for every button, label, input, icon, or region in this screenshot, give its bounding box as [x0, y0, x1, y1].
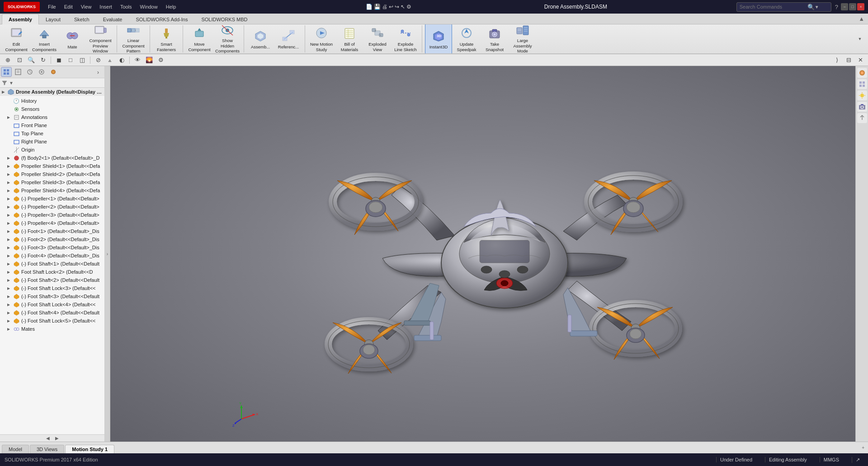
title-toolbar-undo[interactable]: ↩: [389, 4, 393, 10]
bottom-tab-model[interactable]: Model: [2, 445, 29, 453]
rt-btn-2[interactable]: [857, 79, 867, 89]
tree-item-propeller-2[interactable]: ▶ (-) Propeller<2> (Default<<Default>: [0, 203, 104, 211]
menu-tools[interactable]: Tools: [117, 3, 136, 10]
tab-mbd[interactable]: SOLIDWORKS MBD: [194, 14, 254, 24]
lp-tab-config-manager[interactable]: [24, 67, 35, 77]
tree-item-foot-3[interactable]: ▶ (-) Foot<3> (Default<<Default>_Dis: [0, 243, 104, 252]
tab-layout[interactable]: Layout: [39, 14, 67, 24]
btn-update-speedpak[interactable]: UpdateSpeedpak: [453, 24, 480, 53]
tree-item-foot-shaft-lock-5[interactable]: ▶ (-) Foot Shaft Lock<5> (Default<<: [0, 317, 104, 325]
tree-item-foot-shaft-2[interactable]: ▶ (-) Foot Shaft<2> (Default<<Default: [0, 276, 104, 284]
rt-btn-1[interactable]: [857, 68, 867, 78]
sec-btn-rotate[interactable]: ↻: [38, 56, 48, 65]
btn-exploded-view[interactable]: ExplodedView: [364, 24, 391, 53]
bottom-tab-3d-views[interactable]: 3D Views: [30, 445, 64, 453]
search-dropdown-icon[interactable]: ▼: [815, 5, 819, 10]
tree-item-foot-shaft-lock-3[interactable]: ▶ (-) Foot Shaft Lock<3> (Default<<: [0, 284, 104, 292]
tree-item-history[interactable]: 🕐 History: [0, 97, 104, 105]
tree-item-propeller-3[interactable]: ▶ (-) Propeller<3> (Default<<Default>: [0, 211, 104, 219]
btn-take-snapshot[interactable]: TakeSnapshot: [481, 24, 508, 53]
tree-item-top-plane[interactable]: Top Plane: [0, 129, 104, 138]
tree-item-mates[interactable]: ▶ Mates: [0, 325, 104, 333]
tree-item-foot-1[interactable]: ▶ (-) Foot<1> (Default<<Default>_Dis: [0, 227, 104, 235]
panel-collapse[interactable]: ›: [105, 66, 110, 442]
sec-btn-apply-scene[interactable]: 🌄: [144, 56, 154, 65]
sec-btn-perspective[interactable]: ⟁: [105, 56, 115, 65]
sec-btn-section-view[interactable]: ⊘: [93, 56, 103, 65]
menu-file[interactable]: File: [44, 3, 60, 10]
tab-evaluate[interactable]: Evaluate: [96, 14, 129, 24]
sec-btn-zoom-area[interactable]: 🔍: [26, 56, 36, 65]
sec-btn-ambient[interactable]: ◐: [117, 56, 127, 65]
tree-item-foot-shaft-3[interactable]: ▶ (-) Foot Shaft<3> (Default<<Default: [0, 292, 104, 300]
btn-insert-components[interactable]: InsertComponents: [31, 24, 58, 53]
tree-item-prop-shield-1[interactable]: ▶ Propeller Shield<1> (Default<<Defa: [0, 162, 104, 170]
btn-linear-pattern[interactable]: Linear ComponentPattern: [120, 24, 147, 53]
rt-btn-4[interactable]: [857, 102, 867, 112]
rt-btn-5[interactable]: [857, 113, 867, 123]
bottom-tab-motion-study[interactable]: Motion Study 1: [65, 445, 114, 453]
btn-new-motion-study[interactable]: New MotionStudy: [308, 24, 335, 53]
btn-reference-geometry[interactable]: Referenc...: [275, 24, 302, 53]
tree-item-origin[interactable]: Origin: [0, 146, 104, 154]
sec-btn-display-shaded[interactable]: ◼: [54, 56, 64, 65]
tab-sketch[interactable]: Sketch: [67, 14, 96, 24]
sec-btn-view-orient[interactable]: ⊕: [3, 56, 13, 65]
tree-item-foot-2[interactable]: ▶ (-) Foot<2> (Default<<Default>_Dis: [0, 235, 104, 243]
tree-item-foot-shaft-1[interactable]: ▶ (-) Foot Shaft<1> (Default<<Default: [0, 260, 104, 268]
minimize-button[interactable]: −: [841, 3, 848, 10]
btn-component-preview[interactable]: ComponentPreview Window: [87, 24, 114, 53]
title-toolbar-icon[interactable]: 📄: [366, 4, 373, 10]
sec-btn-zoom-fit[interactable]: ⊡: [14, 56, 24, 65]
btn-show-hidden[interactable]: Show HiddenComponents: [214, 24, 241, 53]
btn-instant3d[interactable]: 3D Instant3D: [425, 24, 452, 53]
scroll-left-btn[interactable]: ◀: [44, 436, 52, 441]
tree-item-propeller-1[interactable]: ▶ (-) Propeller<1> (Default<<Default>: [0, 195, 104, 203]
tree-item-propeller-4[interactable]: ▶ (-) Propeller<4> (Default<<Default>: [0, 219, 104, 227]
search-input[interactable]: [740, 4, 807, 10]
btn-assembly-features[interactable]: Assemb...: [247, 24, 274, 53]
tree-item-annotations[interactable]: ▶ Annotations: [0, 113, 104, 121]
search-bar[interactable]: 🔍 ▼: [736, 2, 831, 12]
sec-btn-display-wireframe[interactable]: □: [66, 56, 75, 65]
menu-insert[interactable]: Insert: [96, 3, 116, 10]
title-toolbar-print[interactable]: 🖨: [382, 4, 387, 10]
sec-btn-view-setting[interactable]: ⚙: [156, 56, 166, 65]
sec-btn-close-panel[interactable]: ✕: [855, 56, 865, 65]
tree-root[interactable]: ▶ Drone Assembly (Default<Display State: [0, 88, 104, 96]
btn-large-assembly-mode[interactable]: Large AssemblyMode: [509, 24, 536, 53]
sec-btn-hide-show[interactable]: 👁: [132, 56, 142, 65]
tree-item-foot-shaft-4[interactable]: ▶ (-) Foot Shaft<4> (Default<<Default: [0, 309, 104, 317]
lp-tab-feature-tree[interactable]: [1, 67, 12, 77]
title-toolbar-save[interactable]: 💾: [374, 4, 381, 10]
viewport[interactable]: X Y Z: [110, 66, 868, 442]
lp-tab-expand[interactable]: ›: [93, 67, 104, 77]
tree-item-foot-4[interactable]: ▶ (-) Foot<4> (Default<<Default>_Dis: [0, 252, 104, 260]
tree-item-body2[interactable]: ▶ (f) Body2<1> (Default<<Default>_D: [0, 154, 104, 162]
tab-assembly[interactable]: Assembly: [2, 14, 39, 24]
title-toolbar-redo[interactable]: ↪: [395, 4, 399, 10]
rt-btn-3[interactable]: [857, 90, 867, 100]
help-icon[interactable]: ?: [835, 4, 838, 10]
lp-tab-property-manager[interactable]: [13, 67, 24, 77]
lp-tab-dxf[interactable]: [36, 67, 47, 77]
menu-edit[interactable]: Edit: [61, 3, 76, 10]
tree-item-sensors[interactable]: Sensors: [0, 105, 104, 113]
tree-item-front-plane[interactable]: Front Plane: [0, 121, 104, 129]
btn-move-component[interactable]: MoveComponent: [186, 24, 213, 53]
sec-btn-display-edges[interactable]: ◫: [77, 56, 87, 65]
title-toolbar-select[interactable]: ↖: [401, 4, 405, 10]
tree-item-prop-shield-2[interactable]: ▶ Propeller Shield<2> (Default<<Defa: [0, 170, 104, 178]
sec-btn-expand-right[interactable]: ⟩: [832, 56, 842, 65]
menu-help[interactable]: Help: [162, 3, 180, 10]
btn-smart-fasteners[interactable]: SmartFasteners: [153, 24, 180, 53]
btn-bill-of-materials[interactable]: Bill ofMaterials: [336, 24, 363, 53]
btn-mate[interactable]: Mate: [59, 24, 86, 53]
btn-edit-component[interactable]: EditComponent: [3, 24, 30, 53]
scroll-right-btn[interactable]: ▶: [53, 436, 61, 441]
sec-btn-minimize-panel[interactable]: ⊟: [844, 56, 854, 65]
menu-view[interactable]: View: [77, 3, 95, 10]
ribbon-option-btn[interactable]: ▼: [856, 36, 863, 42]
tree-item-foot-shaft-lock-2[interactable]: ▶ Foot Shaft Lock<2> (Default<<D: [0, 268, 104, 276]
tab-addins[interactable]: SOLIDWORKS Add-Ins: [129, 14, 194, 24]
